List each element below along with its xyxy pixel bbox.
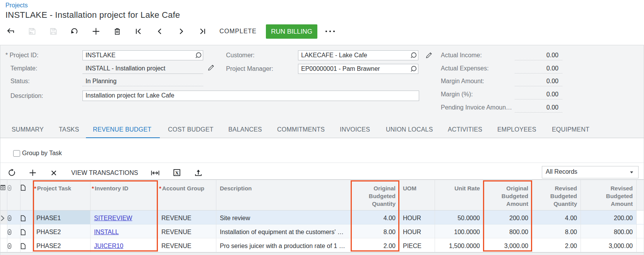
svg-text:X: X (175, 170, 179, 176)
